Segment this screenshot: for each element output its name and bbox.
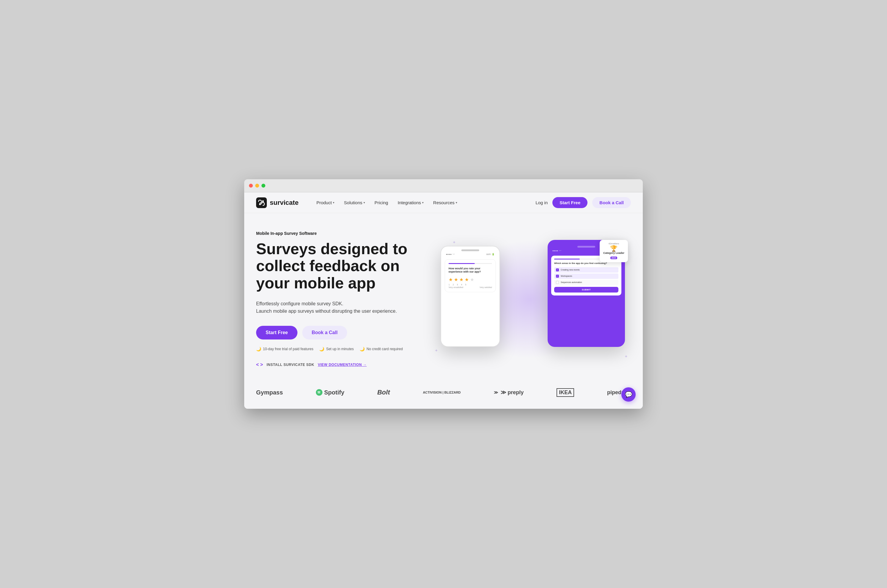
badge-text: Category Leader bbox=[603, 252, 624, 255]
svg-rect-0 bbox=[256, 197, 267, 208]
survey-card-rating: How would you rate your experience with … bbox=[445, 259, 496, 292]
book-call-hero-button[interactable]: Book a Call bbox=[302, 326, 347, 339]
chevron-down-icon: ▾ bbox=[422, 201, 424, 204]
code-icon: < > bbox=[256, 362, 263, 368]
left-phone-question: How would you rate your experience with … bbox=[448, 267, 492, 274]
sdk-install-label: INSTALL SURVICATE SDK bbox=[266, 363, 314, 367]
sdk-link-row: < > INSTALL SURVICATE SDK VIEW DOCUMENTA… bbox=[256, 362, 428, 368]
start-free-nav-button[interactable]: Start Free bbox=[552, 197, 588, 208]
svg-point-1 bbox=[259, 203, 261, 205]
browser-chrome bbox=[244, 179, 643, 192]
hero-right: ✦ ✦ ✦ ✦ 42matters 🏆 Category Leader 2023… bbox=[428, 237, 631, 362]
badge-dot-icon: 🌙 bbox=[359, 346, 365, 351]
checkbox-sequences: Sequences automation bbox=[554, 280, 618, 285]
checkbox-creating-events: ✓ Creating new events bbox=[554, 267, 618, 273]
right-progress-fill bbox=[554, 259, 580, 260]
logo-activision: ACTIVISION | BLIZZARD bbox=[423, 391, 461, 394]
chat-button[interactable]: 💬 bbox=[621, 387, 636, 402]
close-dot[interactable] bbox=[249, 184, 253, 188]
hero-badge-setup: 🌙 Set up in minutes bbox=[319, 346, 354, 351]
hero-title: Surveys designed to collect feedback on … bbox=[256, 240, 428, 292]
chat-icon: 💬 bbox=[625, 391, 632, 398]
badge-dot-icon: 🌙 bbox=[256, 346, 261, 351]
browser-window: survicate Product ▾ Solutions ▾ Pricing … bbox=[244, 179, 643, 409]
badge-dot-icon: 🌙 bbox=[319, 346, 324, 351]
logos-section: Gympass Spotify Bolt ACTIVISION | BLIZZA… bbox=[244, 380, 643, 409]
checkbox-checked-icon: ✓ bbox=[556, 274, 559, 278]
navbar: survicate Product ▾ Solutions ▾ Pricing … bbox=[244, 192, 643, 213]
star-labels: Very unsatisfied Very satisfied bbox=[448, 286, 492, 288]
star-decoration: ✦ bbox=[434, 348, 438, 353]
category-leader-badge: 42matters 🏆 Category Leader 2023 bbox=[600, 240, 628, 262]
hero-buttons: Start Free Book a Call bbox=[256, 326, 428, 339]
star-3-icon: ★ bbox=[459, 277, 463, 282]
nav-integrations[interactable]: Integrations ▾ bbox=[398, 200, 424, 205]
spotify-icon bbox=[316, 389, 322, 396]
submit-button[interactable]: SUBMIT bbox=[554, 287, 618, 292]
logo-spotify: Spotify bbox=[316, 389, 344, 396]
hero-badge-trial: 🌙 10-day free trial of paid features bbox=[256, 346, 313, 351]
checkbox-checked-icon: ✓ bbox=[556, 268, 559, 272]
nav-actions: Log in Start Free Book a Call bbox=[535, 197, 631, 208]
hero-eyebrow: Mobile In-app Survey Software bbox=[256, 231, 428, 236]
hero-badge-nocredit: 🌙 No credit card required bbox=[359, 346, 403, 351]
star-decoration: ✦ bbox=[453, 240, 456, 244]
logo-text: survicate bbox=[270, 199, 299, 207]
checkbox-label-1: Creating new events bbox=[561, 269, 580, 271]
hero-section: Mobile In-app Survey Software Surveys de… bbox=[244, 213, 643, 380]
nav-solutions[interactable]: Solutions ▾ bbox=[344, 200, 365, 205]
nav-pricing[interactable]: Pricing bbox=[374, 200, 388, 205]
checkbox-unchecked-icon bbox=[556, 281, 559, 284]
minimize-dot[interactable] bbox=[255, 184, 259, 188]
star-1-icon: ★ bbox=[448, 277, 453, 282]
hero-subtitle: Effortlessly configure mobile survey SDK… bbox=[256, 300, 428, 315]
survey-progress-bar bbox=[448, 263, 492, 264]
shield-icon: 🏆 bbox=[603, 246, 624, 252]
maximize-dot[interactable] bbox=[262, 184, 265, 188]
checkbox-label-3: Sequences automation bbox=[561, 281, 582, 283]
badge-year: 2023 bbox=[610, 256, 618, 259]
star-decoration: ✦ bbox=[624, 354, 628, 359]
nav-product[interactable]: Product ▾ bbox=[316, 200, 335, 205]
chevron-down-icon: ▾ bbox=[456, 201, 457, 204]
survey-progress-fill bbox=[448, 263, 475, 264]
stars-row: ★ ★ ★ ★ ★ bbox=[448, 277, 492, 282]
hero-left: Mobile In-app Survey Software Surveys de… bbox=[256, 231, 428, 368]
phone-status-bar: ●●●● 〰WiFi 🔋 bbox=[441, 251, 499, 257]
page-content: survicate Product ▾ Solutions ▾ Pricing … bbox=[244, 192, 643, 409]
logo-gympass: Gympass bbox=[256, 389, 283, 396]
hero-badges: 🌙 10-day free trial of paid features 🌙 S… bbox=[256, 346, 428, 351]
book-call-nav-button[interactable]: Book a Call bbox=[592, 197, 631, 208]
view-documentation-link[interactable]: VIEW DOCUMENTATION → bbox=[318, 363, 367, 367]
star-2-icon: ★ bbox=[454, 277, 458, 282]
logos-row: Gympass Spotify Bolt ACTIVISION | BLIZZA… bbox=[256, 388, 631, 397]
nav-links: Product ▾ Solutions ▾ Pricing Integratio… bbox=[316, 200, 536, 205]
checkbox-workspaces: ✓ Workspaces bbox=[554, 273, 618, 279]
phone-left: ●●●● 〰WiFi 🔋 How would you rate your exp… bbox=[440, 246, 500, 347]
star-numbers: 12345 bbox=[448, 284, 492, 286]
login-button[interactable]: Log in bbox=[535, 200, 547, 205]
logo[interactable]: survicate bbox=[256, 197, 299, 208]
star-4-icon: ★ bbox=[465, 277, 469, 282]
logo-preply: ≫ ≫ preply bbox=[494, 389, 524, 396]
chevron-down-icon: ▾ bbox=[364, 201, 365, 204]
svg-point-2 bbox=[262, 200, 264, 202]
logo-bolt: Bolt bbox=[377, 388, 390, 396]
logo-ikea: IKEA bbox=[556, 388, 574, 397]
nav-resources[interactable]: Resources ▾ bbox=[433, 200, 457, 205]
right-phone-question: Which areas in the app do you find confu… bbox=[554, 262, 618, 265]
start-free-hero-button[interactable]: Start Free bbox=[256, 326, 298, 339]
badge-source: 42matters bbox=[603, 242, 624, 245]
logo-icon bbox=[256, 197, 267, 208]
checkbox-label-2: Workspaces bbox=[561, 275, 572, 277]
star-5-icon: ★ bbox=[470, 277, 474, 282]
chevron-down-icon: ▾ bbox=[333, 201, 334, 204]
